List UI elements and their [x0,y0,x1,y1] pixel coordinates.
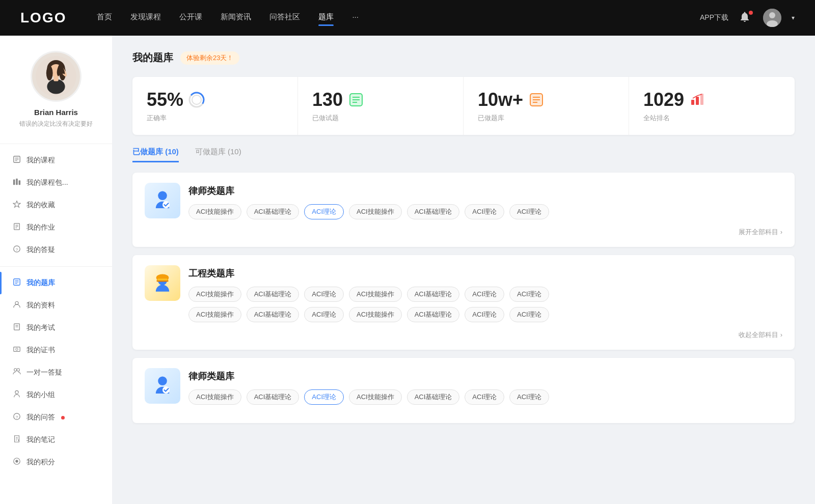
question-bank-icon [12,278,21,288]
tag-1-4[interactable]: ACI技能操作 [349,204,402,219]
bank-tags-2-row2: ACI技能操作 ACI基础理论 ACI理论 ACI技能操作 ACI基础理论 AC… [188,307,782,322]
stat-rank: 1029 全站排名 [629,77,795,135]
expand-btn-1[interactable]: 展开全部科目 › [739,228,782,237]
stat-done-questions: 130 已做试题 [298,77,464,135]
sidebar-item-certificate[interactable]: 我的证书 [0,339,112,361]
sidebar-item-my-course[interactable]: 我的课程 [0,149,112,172]
tag-3-2[interactable]: ACI基础理论 [247,389,300,405]
nav-link-discover[interactable]: 发现课程 [130,12,161,24]
sidebar-label-one-on-one: 一对一答疑 [26,368,62,377]
notes-icon [12,435,21,445]
sidebar-item-group[interactable]: 我的小组 [0,384,112,406]
sidebar-label-points: 我的积分 [26,458,55,467]
nav-link-news[interactable]: 新闻资讯 [221,12,251,24]
tag-2-5[interactable]: ACI基础理论 [407,287,460,302]
bank-tags-1: ACI技能操作 ACI基础理论 ACI理论 ACI技能操作 ACI基础理论 AC… [188,204,782,219]
svg-text:?: ? [16,247,18,252]
tag-1-1[interactable]: ACI技能操作 [188,204,241,219]
sidebar-item-notes[interactable]: 我的笔记 [0,429,112,451]
collapse-btn-2[interactable]: 收起全部科目 › [739,330,782,340]
svg-rect-67 [157,281,169,282]
sidebar-item-course-package[interactable]: 我的课程包... [0,172,112,194]
tag-2-1[interactable]: ACI技能操作 [188,287,241,302]
sidebar-item-qa[interactable]: ? 我的答疑 [0,239,112,261]
bank-footer-2: 收起全部科目 › [145,330,782,340]
tag-2-14[interactable]: ACI理论 [509,307,549,322]
tag-2-6[interactable]: ACI理论 [465,287,504,302]
sidebar-label-question-bank: 我的题库 [26,278,55,288]
sidebar-item-my-qa[interactable]: ? 我的问答 [0,406,112,429]
sidebar-item-one-on-one[interactable]: 一对一答疑 [0,361,112,384]
sidebar-label-notes: 我的笔记 [26,435,55,444]
tag-2-4[interactable]: ACI技能操作 [349,287,402,302]
bank-card-lawyer-1: 律师类题库 ACI技能操作 ACI基础理论 ACI理论 ACI技能操作 ACI基… [132,173,795,247]
exam-icon [12,323,21,333]
svg-point-47 [192,95,201,104]
stat-rank-value: 1029 [643,89,780,110]
stat-rank-label: 全站排名 [643,114,780,123]
sidebar-item-exam[interactable]: 我的考试 [0,317,112,339]
tag-3-7[interactable]: ACI理论 [509,389,549,405]
stat-accuracy-value: 55% [147,89,283,110]
tag-2-9[interactable]: ACI基础理论 [247,307,300,322]
nav-right: APP下载 ▾ [700,9,795,27]
nav-link-quiz[interactable]: 题库 [318,12,334,24]
sidebar-label-favorites: 我的收藏 [26,201,55,210]
sidebar-label-group: 我的小组 [26,390,55,400]
profile-motto: 错误的决定比没有决定要好 [10,120,102,128]
content-area: 我的题库 体验剩余23天！ 55% 正确率 130 [112,36,815,504]
favorites-icon [12,200,21,210]
tag-2-7[interactable]: ACI理论 [509,287,549,302]
svg-text:?: ? [16,415,18,419]
nav-link-more[interactable]: ··· [352,12,359,24]
tag-3-4[interactable]: ACI技能操作 [349,389,402,405]
tag-1-5[interactable]: ACI基础理论 [407,204,460,219]
group-icon [12,390,21,400]
sidebar-item-points[interactable]: 我的积分 [0,451,112,473]
tag-2-10[interactable]: ACI理论 [304,307,344,322]
sidebar-item-profile[interactable]: 我的资料 [0,294,112,317]
nav-logo: LOGO [20,10,66,26]
svg-point-37 [15,390,18,394]
tag-2-2[interactable]: ACI基础理论 [247,287,300,302]
user-menu-chevron[interactable]: ▾ [792,14,795,21]
tag-3-3[interactable]: ACI理论 [304,389,344,405]
tag-1-7[interactable]: ACI理论 [509,204,549,219]
notification-bell[interactable] [739,11,753,25]
tag-1-6[interactable]: ACI理论 [465,204,504,219]
tag-2-8[interactable]: ACI技能操作 [188,307,241,322]
bank-card-engineer: 工程类题库 ACI技能操作 ACI基础理论 ACI理论 ACI技能操作 ACI基… [132,255,795,350]
sidebar-item-favorites[interactable]: 我的收藏 [0,194,112,216]
svg-rect-9 [53,76,59,81]
nav-link-home[interactable]: 首页 [97,12,112,24]
homework-icon [12,222,21,233]
tag-2-13[interactable]: ACI理论 [465,307,504,322]
sidebar-item-question-bank[interactable]: 我的题库 [0,272,112,294]
user-avatar[interactable] [763,9,781,27]
sidebar-item-homework[interactable]: 我的作业 [0,216,112,239]
certificate-icon [12,345,21,355]
tag-2-11[interactable]: ACI技能操作 [349,307,402,322]
list-green-icon [348,92,364,108]
course-package-icon [12,178,21,188]
tag-3-6[interactable]: ACI理论 [465,389,504,405]
svg-rect-66 [157,278,167,281]
app-download-btn[interactable]: APP下载 [700,13,728,22]
chart-red-icon [689,92,705,108]
main-layout: Brian Harris 错误的决定比没有决定要好 我的课程 我的课程包... … [0,36,815,504]
nav-link-qa[interactable]: 问答社区 [269,12,300,24]
one-on-one-icon [12,368,21,378]
tab-available-banks[interactable]: 可做题库 (10) [195,147,241,162]
tag-3-1[interactable]: ACI技能操作 [188,389,241,405]
tag-1-2[interactable]: ACI基础理论 [247,204,300,219]
tag-2-3[interactable]: ACI理论 [304,287,344,302]
tag-2-12[interactable]: ACI基础理论 [407,307,460,322]
tag-1-3[interactable]: ACI理论 [304,204,344,219]
nav-link-open[interactable]: 公开课 [179,12,202,24]
bank-tags-3: ACI技能操作 ACI基础理论 ACI理论 ACI技能操作 ACI基础理论 AC… [188,389,782,405]
tag-3-5[interactable]: ACI基础理论 [407,389,460,405]
tab-done-banks[interactable]: 已做题库 (10) [132,147,179,162]
sidebar-label-profile: 我的资料 [26,301,55,310]
svg-point-62 [162,201,170,208]
stat-done-banks-label: 已做题库 [478,114,614,123]
